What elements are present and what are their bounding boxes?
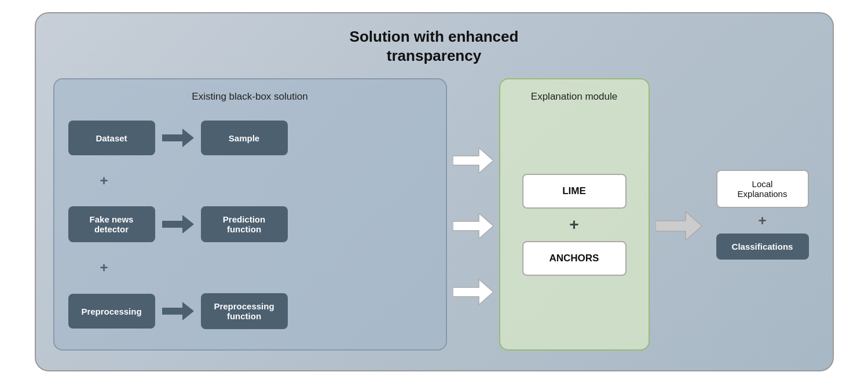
big-arrow-3 [453, 279, 493, 305]
anchors-block: ANCHORS [522, 241, 627, 276]
big-arrow-2 [453, 213, 493, 239]
diagram-wrapper: Solution with enhanced transparency Exis… [0, 0, 868, 383]
svg-marker-6 [655, 211, 702, 240]
content-row: Existing black-box solution Dataset Samp… [53, 76, 815, 352]
big-arrow-output [655, 211, 702, 240]
arrow-dataset-sample [162, 129, 194, 147]
blackbox-rows: Dataset Sample + Fake news detector [68, 112, 432, 338]
main-container: Solution with enhanced transparency Exis… [35, 12, 834, 371]
bb-row-3: Preprocessing Preprocessing function [68, 293, 432, 329]
title-line2: transparency [387, 47, 481, 64]
bb-row-2: Fake news detector Prediction function [68, 206, 432, 242]
bb-row-1: Dataset Sample [68, 121, 432, 155]
plus-2: + [68, 260, 432, 276]
fake-news-detector-block: Fake news detector [68, 206, 155, 242]
sample-block: Sample [201, 121, 288, 155]
preprocessing-function-block: Preprocessing function [201, 293, 288, 329]
blackbox-label: Existing black-box solution [68, 91, 432, 103]
main-title: Solution with enhanced transparency [53, 27, 815, 67]
blackbox-to-exp-arrows [447, 104, 499, 324]
lime-block: LIME [522, 174, 627, 209]
local-explanations-block: Local Explanations [716, 170, 809, 208]
explanation-label: Explanation module [531, 91, 617, 103]
explanation-section: Explanation module LIME + ANCHORS [499, 78, 650, 351]
arrow-preprocessing [162, 302, 194, 320]
preprocessing-block: Preprocessing [68, 294, 155, 329]
output-plus: + [758, 213, 766, 229]
svg-marker-1 [162, 215, 194, 234]
svg-marker-5 [453, 279, 493, 305]
title-line1: Solution with enhanced [350, 28, 519, 45]
dataset-block: Dataset [68, 121, 155, 155]
svg-marker-4 [453, 213, 493, 239]
svg-marker-3 [453, 148, 493, 173]
output-section: Local Explanations + Classifications [713, 170, 812, 260]
prediction-function-block: Prediction function [201, 206, 288, 242]
big-arrow-1 [453, 148, 493, 173]
arrow-fnd-prediction [162, 215, 194, 234]
exp-plus: + [569, 209, 578, 241]
svg-marker-0 [162, 129, 194, 147]
exp-blocks: LIME + ANCHORS [514, 112, 635, 338]
svg-marker-2 [162, 302, 194, 320]
exp-to-output-arrow [655, 188, 702, 240]
classifications-block: Classifications [716, 234, 809, 260]
plus-1: + [68, 173, 432, 189]
blackbox-section: Existing black-box solution Dataset Samp… [53, 78, 447, 351]
